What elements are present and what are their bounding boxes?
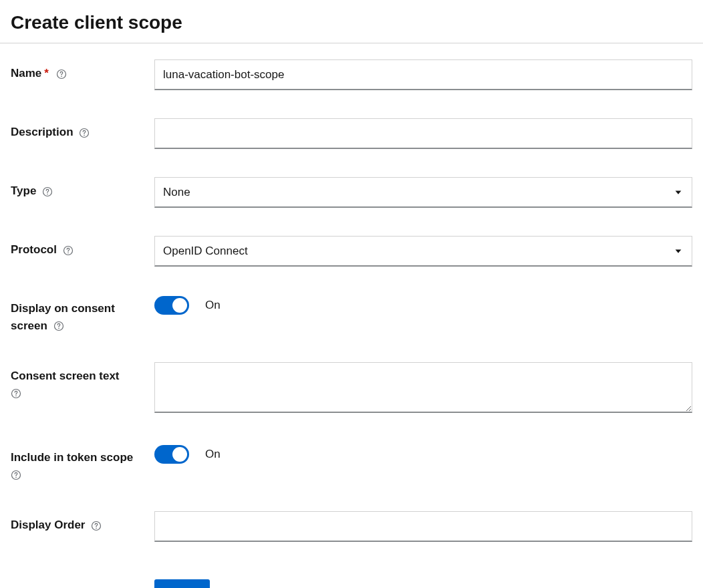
label-include-token: Include in token scope: [11, 444, 154, 483]
required-mark: *: [44, 67, 49, 80]
description-input[interactable]: [154, 118, 692, 149]
page-title: Create client scope: [11, 12, 692, 43]
label-display-consent: Display on consent screen: [11, 295, 154, 334]
include-token-toggle[interactable]: [154, 445, 189, 464]
form-actions: Save Cancel: [11, 579, 692, 588]
row-include-token: Include in token scope On: [11, 444, 692, 483]
row-description: Description: [11, 118, 692, 149]
label-consent-text: Consent screen text: [11, 362, 154, 402]
help-icon[interactable]: [53, 321, 64, 331]
label-description: Description: [11, 118, 154, 141]
switch-knob: [172, 298, 187, 313]
save-button[interactable]: Save: [154, 579, 210, 588]
label-type: Type: [11, 177, 154, 200]
help-icon[interactable]: [42, 186, 53, 197]
protocol-select[interactable]: OpenID Connect: [154, 236, 692, 267]
help-icon[interactable]: [11, 470, 21, 480]
row-display-consent: Display on consent screen On: [11, 295, 692, 334]
divider: [0, 43, 703, 43]
row-consent-text: Consent screen text: [11, 362, 692, 416]
switch-knob: [172, 447, 187, 462]
help-icon[interactable]: [63, 245, 74, 256]
create-scope-form: Name* Description Type None: [11, 59, 692, 588]
label-display-order: Display Order: [11, 511, 154, 534]
row-name: Name*: [11, 59, 692, 90]
include-token-state: On: [205, 448, 221, 461]
name-input[interactable]: [154, 59, 692, 90]
consent-text-input[interactable]: [154, 362, 692, 413]
help-icon[interactable]: [91, 521, 102, 531]
display-consent-toggle[interactable]: [154, 296, 189, 315]
row-display-order: Display Order: [11, 511, 692, 542]
label-protocol: Protocol: [11, 236, 154, 259]
display-order-input[interactable]: [154, 511, 692, 542]
row-type: Type None: [11, 177, 692, 208]
type-select[interactable]: None: [154, 177, 692, 208]
help-icon[interactable]: [79, 128, 90, 138]
label-name: Name*: [11, 59, 154, 82]
help-icon[interactable]: [11, 388, 21, 399]
help-icon[interactable]: [56, 69, 67, 80]
row-protocol: Protocol OpenID Connect: [11, 236, 692, 267]
display-consent-state: On: [205, 299, 221, 312]
